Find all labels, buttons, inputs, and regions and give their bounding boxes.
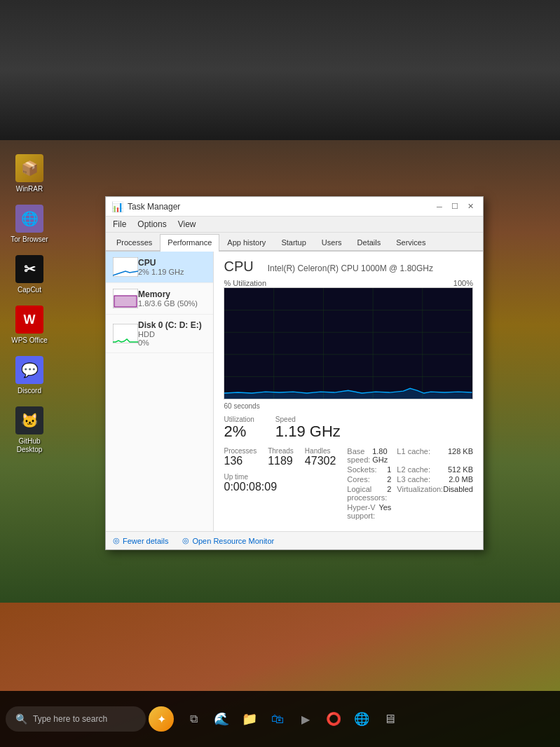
cpu-title: CPU: [224, 259, 253, 275]
open-resource-monitor-link[interactable]: ◎ Open Resource Monitor: [182, 536, 274, 545]
disk-row: Disk 0 (C: D: E:) HDD 0%: [113, 320, 206, 347]
sockets-key: Sockets:: [347, 465, 376, 474]
info-l1-cache: L1 cache: 128 KB: [397, 447, 473, 464]
icon-label-github: GitHub Desktop: [7, 437, 52, 454]
taskbar-icon-explorer[interactable]: 📁: [237, 706, 262, 732]
menu-file[interactable]: File: [110, 218, 129, 231]
logical-processors-val: 2: [387, 485, 391, 502]
handles-stat: Handles 47302: [305, 447, 336, 467]
tab-details[interactable]: Details: [350, 234, 389, 250]
tab-performance[interactable]: Performance: [160, 234, 219, 252]
pth-row1: Processes 136 Threads 1189 Handles 47302: [224, 447, 336, 470]
window-title: Task Manager: [128, 202, 180, 212]
tab-services[interactable]: Services: [388, 234, 433, 250]
taskbar-icon-task-view[interactable]: ⧉: [181, 706, 206, 732]
search-icon: 🔍: [15, 713, 27, 725]
memory-sub: 1.8/3.6 GB (50%): [138, 299, 198, 308]
info-cores: Cores: 2: [347, 475, 391, 484]
window-controls: ─ ☐ ✕: [432, 200, 477, 213]
menu-bar: File Options View: [106, 217, 483, 233]
disk-label: Disk 0 (C: D: E:): [138, 320, 202, 330]
icon-label-winrar: WinRAR: [16, 185, 43, 193]
stats-row-2: Processes 136 Threads 1189 Handles 47302: [224, 447, 473, 520]
resource-item-disk[interactable]: Disk 0 (C: D: E:) HDD 0%: [106, 315, 213, 353]
processes-label: Processes: [224, 447, 257, 455]
utilization-max: 100%: [453, 279, 473, 287]
desktop-icon-winrar[interactable]: 📦 WinRAR: [7, 154, 52, 193]
memory-label: Memory: [138, 289, 198, 299]
taskbar-icon-store[interactable]: 🛍: [265, 706, 290, 732]
info-base-speed: Base speed: 1.80 GHz: [347, 447, 391, 464]
icon-label-capcut: CapCut: [18, 286, 41, 294]
resource-item-cpu[interactable]: CPU 2% 1.19 GHz: [106, 252, 213, 283]
utilization-label: % Utilization: [224, 279, 266, 287]
minimize-button[interactable]: ─: [432, 200, 446, 213]
disk-info: Disk 0 (C: D: E:) HDD 0%: [138, 320, 202, 347]
taskbar-icon-media[interactable]: ▶: [293, 706, 318, 732]
fewer-details-link[interactable]: ◎ Fewer details: [113, 536, 168, 545]
disk-sub1: HDD: [138, 330, 202, 338]
tab-startup[interactable]: Startup: [273, 234, 313, 250]
info-l2-cache: L2 cache: 512 KB: [397, 465, 473, 474]
desktop-icon-tor[interactable]: 🌐 Tor Browser: [7, 205, 52, 244]
info-virtualization: Virtualization: Disabled: [397, 485, 473, 502]
desktop-icons-container: 📦 WinRAR 🌐 Tor Browser ✂ CapCut W WPS Of…: [7, 154, 52, 454]
l1-cache-val: 128 KB: [448, 447, 473, 464]
resource-monitor-icon: ◎: [182, 536, 189, 545]
info-hyper-v: Hyper-V support: Yes: [347, 503, 391, 520]
tab-processes[interactable]: Processes: [109, 234, 160, 250]
cpu-header: CPU Intel(R) Celeron(R) CPU 1000M @ 1.80…: [224, 259, 473, 275]
hyper-v-val: Yes: [378, 503, 391, 520]
fewer-details-text: Fewer details: [123, 537, 168, 545]
fewer-details-icon: ◎: [113, 536, 120, 545]
left-panel: CPU 2% 1.19 GHz Memory 1.8/3.6 GB (50%): [106, 252, 214, 531]
taskbar-icon-chrome[interactable]: 🌐: [349, 706, 374, 732]
l3-cache-key: L3 cache:: [397, 475, 430, 484]
icon-label-wps: WPS Office: [11, 336, 48, 345]
svg-rect-2: [114, 296, 137, 307]
handles-value: 47302: [305, 455, 336, 467]
taskbar-icon-opera[interactable]: ⭕: [321, 706, 346, 732]
logical-processors-key: Logical processors:: [347, 485, 387, 502]
taskbar-icons: ⧉ 🌊 📁 🛍 ▶ ⭕ 🌐 🖥: [181, 706, 402, 732]
menu-options[interactable]: Options: [135, 218, 169, 231]
info-sockets: Sockets: 1: [347, 465, 391, 474]
desktop-icon-github[interactable]: 🐱 GitHub Desktop: [7, 406, 52, 454]
l3-cache-val: 2.0 MB: [449, 475, 473, 484]
maximize-button[interactable]: ☐: [448, 200, 462, 213]
cpu-mini-graph: [113, 257, 138, 277]
tab-bar: Processes Performance App history Startu…: [106, 233, 483, 252]
cpu-row: CPU 2% 1.19 GHz: [113, 257, 206, 277]
taskbar-icon-mail[interactable]: 🖥: [377, 706, 402, 732]
cpu-info: CPU 2% 1.19 GHz: [138, 258, 184, 276]
desktop-icon-wps[interactable]: W WPS Office: [7, 306, 52, 345]
title-left: 📊 Task Manager: [111, 201, 180, 212]
desktop-icon-capcut[interactable]: ✂ CapCut: [7, 255, 52, 294]
resource-item-memory[interactable]: Memory 1.8/3.6 GB (50%): [106, 283, 213, 315]
taskbar-icon-edge[interactable]: 🌊: [209, 706, 234, 732]
threads-value: 1189: [268, 455, 294, 467]
memory-info: Memory 1.8/3.6 GB (50%): [138, 289, 198, 308]
processes-stat: Processes 136: [224, 447, 257, 467]
sockets-val: 1: [387, 465, 391, 474]
stats-row-1: Utilization 2% Speed 1.19 GHz: [224, 416, 473, 443]
desktop-icon-discord[interactable]: 💬 Discord: [7, 356, 52, 395]
tab-users[interactable]: Users: [314, 234, 350, 250]
taskbar-search-box[interactable]: 🔍 Type here to search: [6, 706, 146, 732]
virtualization-val: Disabled: [443, 485, 473, 502]
cpu-graph-svg: [224, 288, 472, 399]
task-manager-icon: 📊: [111, 201, 123, 212]
cortana-button[interactable]: ✦: [149, 706, 174, 732]
menu-view[interactable]: View: [175, 218, 199, 231]
window-body: CPU 2% 1.19 GHz Memory 1.8/3.6 GB (50%): [106, 252, 483, 531]
icon-label-discord: Discord: [18, 387, 41, 395]
uptime-value: 0:00:08:09: [224, 481, 336, 493]
info-grid: Base speed: 1.80 GHz L1 cache: 128 KB So…: [347, 447, 473, 520]
speed-stat-value: 1.19 GHz: [275, 423, 341, 440]
disk-mini-graph: [113, 324, 138, 343]
cores-key: Cores:: [347, 475, 369, 484]
base-speed-val: 1.80 GHz: [372, 447, 391, 464]
tab-app-history[interactable]: App history: [219, 234, 273, 250]
close-button[interactable]: ✕: [463, 200, 477, 213]
cortana-icon: ✦: [157, 713, 166, 726]
